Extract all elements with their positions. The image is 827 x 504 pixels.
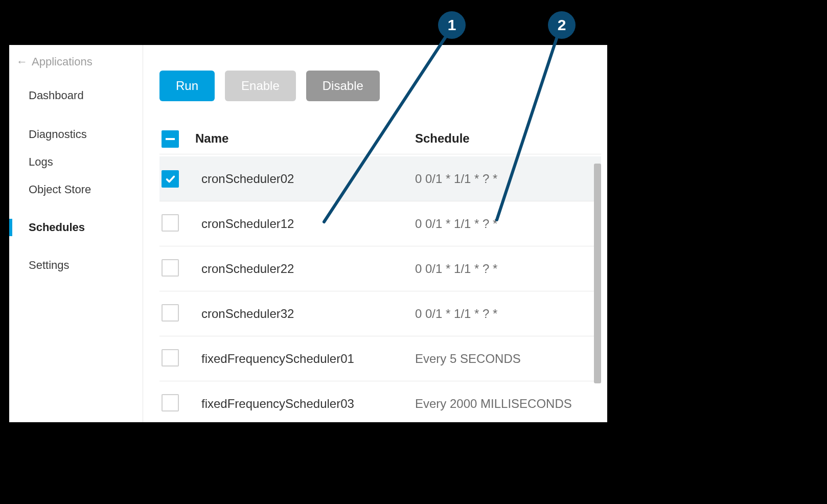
sidebar-item-schedules[interactable]: Schedules — [9, 214, 143, 241]
cell-schedule: 0 0/1 * 1/1 * ? * — [415, 262, 592, 276]
app-window: ← Applications Dashboard Diagnostics Log… — [9, 45, 607, 422]
minus-icon — [166, 138, 175, 140]
nav-spacer — [9, 203, 143, 214]
table-row[interactable]: fixedFrequencyScheduler01Every 5 SECONDS — [159, 336, 601, 381]
cell-name: fixedFrequencyScheduler01 — [195, 352, 415, 366]
table-row[interactable]: cronScheduler220 0/1 * 1/1 * ? * — [159, 246, 601, 291]
run-button[interactable]: Run — [159, 71, 215, 101]
callout-2-label: 2 — [558, 16, 566, 34]
scrollbar-thumb[interactable] — [594, 164, 601, 383]
disable-button[interactable]: Disable — [306, 71, 380, 101]
callout-badge-1: 1 — [438, 11, 466, 39]
sidebar-item-diagnostics[interactable]: Diagnostics — [9, 121, 143, 148]
sidebar-item-logs[interactable]: Logs — [9, 148, 143, 176]
cell-name: fixedFrequencyScheduler03 — [195, 397, 415, 411]
column-header-name[interactable]: Name — [195, 131, 415, 146]
callout-1-label: 1 — [448, 16, 456, 34]
sidebar-item-object-store[interactable]: Object Store — [9, 176, 143, 203]
sidebar-item-label: Settings — [29, 259, 70, 271]
disable-button-label: Disable — [323, 79, 363, 93]
column-header-schedule[interactable]: Schedule — [415, 131, 592, 146]
row-checkbox[interactable] — [162, 259, 179, 277]
sidebar: ← Applications Dashboard Diagnostics Log… — [9, 45, 143, 422]
check-icon — [165, 173, 176, 185]
cell-name: cronScheduler32 — [195, 307, 415, 321]
sidebar-item-label: Schedules — [29, 221, 85, 234]
cell-name: cronScheduler22 — [195, 262, 415, 276]
nav-spacer — [9, 241, 143, 251]
enable-button[interactable]: Enable — [225, 71, 296, 101]
table-header-row: Name Schedule — [159, 123, 601, 154]
table-body: cronScheduler020 0/1 * 1/1 * ? *cronSche… — [159, 156, 601, 422]
cell-schedule: Every 5 SECONDS — [415, 352, 592, 366]
callout-badge-2: 2 — [548, 11, 576, 39]
run-button-label: Run — [176, 79, 198, 93]
table-row[interactable]: cronScheduler020 0/1 * 1/1 * ? * — [159, 156, 601, 201]
cell-name: cronScheduler12 — [195, 217, 415, 231]
row-checkbox[interactable] — [162, 349, 179, 366]
select-all-checkbox[interactable] — [162, 130, 179, 148]
row-checkbox[interactable] — [162, 170, 179, 188]
select-all-cell — [159, 129, 195, 148]
cell-schedule: Every 2000 MILLISECONDS — [415, 397, 592, 411]
cell-schedule: 0 0/1 * 1/1 * ? * — [415, 307, 592, 321]
cell-schedule: 0 0/1 * 1/1 * ? * — [415, 172, 592, 186]
sidebar-item-label: Object Store — [29, 183, 91, 196]
back-label: Applications — [32, 55, 93, 68]
sidebar-item-label: Diagnostics — [29, 128, 87, 141]
nav-group: Dashboard Diagnostics Logs Object Store … — [9, 80, 143, 279]
row-checkbox[interactable] — [162, 304, 179, 322]
sidebar-item-label: Logs — [29, 155, 53, 168]
sidebar-item-settings[interactable]: Settings — [9, 251, 143, 279]
sidebar-item-dashboard[interactable]: Dashboard — [9, 82, 143, 109]
toolbar: Run Enable Disable — [159, 71, 601, 101]
row-checkbox[interactable] — [162, 214, 179, 232]
arrow-left-icon: ← — [16, 56, 28, 67]
back-to-applications[interactable]: ← Applications — [9, 52, 143, 80]
table-row[interactable]: fixedFrequencyScheduler03Every 2000 MILL… — [159, 381, 601, 422]
schedules-table: Name Schedule cronScheduler020 0/1 * 1/1… — [159, 123, 601, 422]
cell-name: cronScheduler02 — [195, 172, 415, 186]
main-content: Run Enable Disable Name Schedule cronSch… — [143, 45, 607, 422]
sidebar-item-label: Dashboard — [29, 89, 84, 102]
enable-button-label: Enable — [241, 79, 280, 93]
cell-schedule: 0 0/1 * 1/1 * ? * — [415, 217, 592, 231]
table-row[interactable]: cronScheduler120 0/1 * 1/1 * ? * — [159, 201, 601, 246]
table-row[interactable]: cronScheduler320 0/1 * 1/1 * ? * — [159, 291, 601, 336]
row-checkbox[interactable] — [162, 394, 179, 411]
